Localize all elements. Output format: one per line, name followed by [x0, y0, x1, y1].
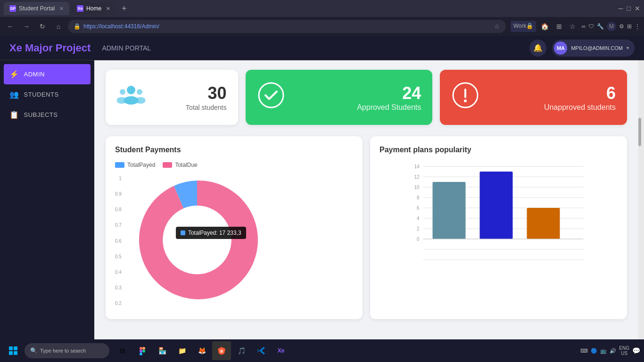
home-button[interactable]: ⌂	[52, 20, 65, 33]
nav-bar: ← → ↻ ⌂ 🔒 https://localhost:44316/Admin/…	[0, 17, 644, 36]
svg-point-4	[137, 89, 142, 95]
taskbar-app-firefox[interactable]: 🦊	[192, 341, 211, 360]
scrollbar[interactable]	[638, 60, 644, 349]
taskbar-apps: ⊟ 🏪 📁 🦊 B 🎵 Xe	[113, 341, 290, 360]
svg-text:10: 10	[414, 185, 420, 190]
browser-ext-3[interactable]: 🔧	[597, 23, 604, 30]
taskbar-app-vscode[interactable]	[252, 341, 271, 360]
address-url: https://localhost:44316/Admin/	[83, 23, 159, 30]
logo: Xe Major Project	[9, 42, 91, 54]
settings-icon[interactable]: ⚙	[619, 23, 624, 30]
home-bookmark[interactable]: 🏠	[538, 21, 552, 32]
tab-favicon-home: Xe	[77, 5, 83, 12]
taskbar-app-store[interactable]: 🏪	[153, 341, 172, 360]
search-placeholder: Type here to search	[40, 348, 86, 354]
new-tab-button[interactable]: +	[118, 4, 131, 14]
app-header: Xe Major Project ADMIN PORTAL 🔔 MA MPILO…	[0, 36, 644, 60]
sidebar-label-subjects: SUBJECTS	[24, 111, 58, 118]
tab-close-home[interactable]: ✕	[106, 6, 110, 12]
logo-area: Xe Major Project ADMIN PORTAL	[9, 42, 151, 54]
unapproved-number: 6	[489, 83, 616, 103]
sidebar-item-subjects[interactable]: 📋 SUBJECTS	[0, 105, 94, 125]
lang-region: US	[619, 351, 629, 356]
y-axis-04: 0.4	[115, 270, 122, 275]
extensions-icon[interactable]: ⊞	[627, 23, 632, 30]
address-bar[interactable]: 🔒 https://localhost:44316/Admin/ ☆	[68, 20, 506, 33]
taskbar-app-taskview[interactable]: ⊟	[113, 341, 132, 360]
legend-due-color	[163, 162, 172, 168]
notification-center[interactable]: 💬	[632, 347, 640, 354]
payments-legend: TotalPayed TotalDue	[115, 162, 353, 168]
taskbar-app-brave[interactable]: B	[212, 341, 231, 360]
taskbar-search[interactable]: 🔍 Type here to search	[25, 343, 109, 358]
svg-point-37	[142, 350, 145, 353]
back-button[interactable]: ←	[4, 20, 17, 33]
total-stat-text: 30 Total students	[155, 83, 227, 112]
svg-text:4: 4	[417, 216, 420, 221]
y-axis-03: 0.3	[115, 285, 122, 290]
minimize-button[interactable]: ─	[619, 5, 623, 12]
app-container: Xe Major Project ADMIN PORTAL 🔔 MA MPILO…	[0, 36, 644, 349]
refresh-button[interactable]: ↻	[36, 20, 49, 33]
menu-icon[interactable]: ⋮	[635, 23, 640, 30]
user-menu[interactable]: MA MPILO@ADMIN.COM ▾	[552, 40, 635, 57]
y-axis-09: 0.9	[115, 191, 122, 197]
profile-icon[interactable]: M	[607, 22, 616, 31]
y-axis-02: 0.2	[115, 301, 122, 306]
unapproved-label: Unapproved students	[544, 103, 616, 111]
tab-close-sp[interactable]: ✕	[59, 6, 64, 12]
plans-chart-card: Payment plans popularity	[370, 136, 627, 319]
y-axis-08: 0.8	[115, 207, 122, 212]
forward-button[interactable]: →	[20, 20, 33, 33]
subjects-icon: 📋	[9, 110, 19, 119]
browser-ext-2[interactable]: 🛡	[588, 23, 594, 30]
logo-xe-span: Xe	[9, 42, 22, 54]
grid-bookmark[interactable]: ⊞	[553, 21, 565, 32]
scroll-thumb[interactable]	[638, 118, 641, 146]
maximize-button[interactable]: □	[627, 5, 631, 12]
star-bookmark[interactable]: ☆	[567, 21, 578, 32]
browser-ext-1[interactable]: ∞	[581, 23, 586, 30]
svg-point-8	[464, 99, 467, 102]
svg-point-5	[135, 97, 145, 104]
svg-text:8: 8	[417, 195, 420, 200]
sidebar-label-students: STUDENTS	[24, 91, 59, 98]
taskbar-system-tray: ⌨ 🔵 📺 🔊 ENG US 💬	[580, 346, 640, 356]
work-bookmark[interactable]: Work🔒	[511, 21, 537, 32]
svg-rect-31	[9, 351, 13, 355]
approved-students-card[interactable]: 24 Approved Students	[246, 70, 433, 125]
sys-icon-2: 🔵	[591, 348, 597, 354]
sidebar: ⚡ ADMIN 👥 STUDENTS 📋 SUBJECTS	[0, 60, 94, 349]
notification-bell[interactable]: 🔔	[529, 40, 546, 57]
lang-indicator: ENG	[619, 346, 629, 351]
tooltip-dot	[181, 230, 185, 235]
bar-2	[480, 172, 513, 239]
y-axis-07: 0.7	[115, 222, 122, 228]
approved-icon	[257, 81, 285, 114]
svg-rect-34	[142, 347, 145, 350]
unapproved-students-card[interactable]: 6 Unapproved students	[440, 70, 627, 125]
legend-payed-label: TotalPayed	[127, 162, 155, 168]
search-icon: 🔍	[30, 347, 37, 354]
y-axis-06: 0.6	[115, 239, 122, 244]
sys-icon-4: 🔊	[610, 348, 616, 354]
payments-chart-card: Student Payments TotalPayed TotalDue	[106, 136, 363, 319]
taskbar-app-files[interactable]: 📁	[173, 341, 191, 360]
svg-point-6	[259, 83, 283, 107]
close-window-button[interactable]: ✕	[635, 5, 640, 12]
sidebar-item-students[interactable]: 👥 STUDENTS	[0, 84, 94, 105]
start-button[interactable]	[4, 341, 23, 360]
bookmark-star[interactable]: ☆	[494, 23, 500, 30]
bar-chart-area: 14 12 10 8 6 4 2 0	[380, 162, 618, 310]
lock-icon: 🔒	[74, 23, 81, 30]
sidebar-item-admin[interactable]: ⚡ ADMIN	[4, 64, 91, 84]
tab-home[interactable]: Xe Home ✕	[71, 2, 116, 15]
tab-student-portal[interactable]: SP Student Portal ✕	[4, 2, 69, 15]
admin-portal-label: ADMIN PORTAL	[102, 44, 151, 52]
taskbar-app-xe[interactable]: Xe	[272, 341, 290, 360]
taskbar-app-figma[interactable]	[133, 341, 152, 360]
taskbar-app-spotify[interactable]: 🎵	[232, 341, 251, 360]
donut-chart: TotalPayed: 17 233,3	[126, 174, 268, 306]
total-students-card[interactable]: 30 Total students	[106, 70, 238, 125]
svg-rect-30	[14, 346, 17, 350]
